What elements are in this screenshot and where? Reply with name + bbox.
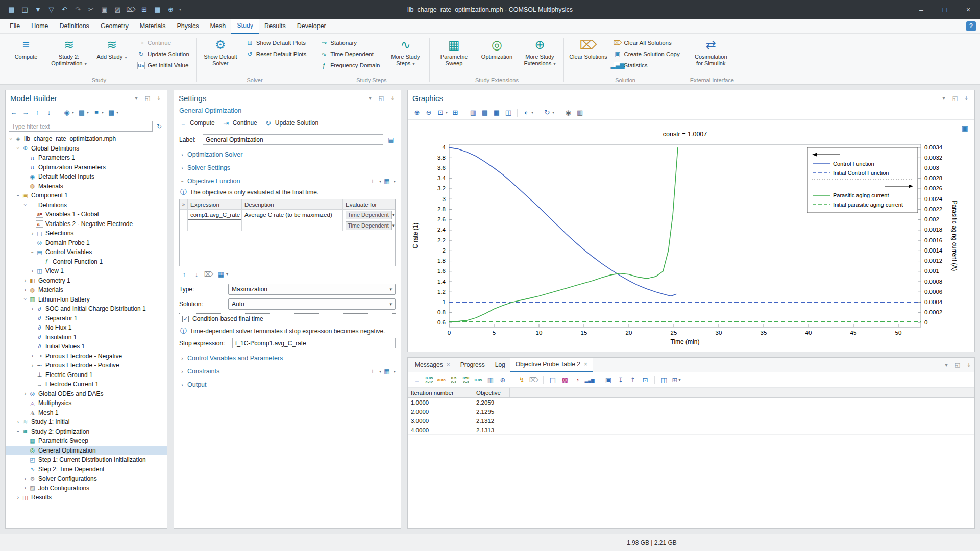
panel-menu-icon[interactable]: ▾	[366, 94, 374, 102]
show-button[interactable]: ◉▾	[62, 107, 75, 118]
tree-node-global-odes-and-daes[interactable]: ›◎Global ODEs and DAEs	[6, 389, 167, 399]
get-initial-value-button[interactable]: u₀Get Initial Value	[134, 60, 193, 71]
qat-menu-icon[interactable]: ▾	[179, 7, 181, 12]
move-up-button[interactable]: ↑	[32, 107, 42, 118]
move-down-button[interactable]: ↓	[44, 107, 54, 118]
copy-table-icon[interactable]: ▣	[603, 375, 614, 385]
scene-appearance-button[interactable]: ◐▾	[521, 107, 534, 118]
tree-expander-icon[interactable]: ›	[29, 363, 36, 368]
tree-node-electrode-current-1[interactable]: →Electrode Current 1	[6, 380, 167, 389]
tree-node-electric-ground-1[interactable]: ⊥Electric Ground 1	[6, 370, 167, 380]
filter-refresh-icon[interactable]: ↻	[155, 122, 164, 131]
tree-expander-icon[interactable]: ›	[22, 485, 29, 491]
tree-expander-icon[interactable]: ›	[29, 231, 36, 236]
plot-area[interactable]: constr = 1.000705101520253035404550Time …	[408, 120, 974, 352]
compute-button[interactable]: ≡Compute	[179, 119, 215, 127]
frequency-domain-button[interactable]: ƒFrequency Domain	[316, 60, 383, 71]
objective-row[interactable]: Time Dependent▾	[180, 220, 395, 231]
tree-node-definitions[interactable]: ›≡Definitions	[6, 201, 167, 210]
tab-definitions[interactable]: Definitions	[54, 19, 95, 34]
precision-decimal-icon[interactable]: 0.85	[473, 375, 483, 385]
paste-icon[interactable]: ▨	[111, 4, 124, 16]
show-default-plots-button[interactable]: ⊞Show Default Plots	[242, 37, 310, 48]
help-icon[interactable]: ?	[966, 21, 976, 31]
import-table-icon[interactable]: ↥	[628, 375, 638, 385]
tree-node-no-flux-1[interactable]: ∂No Flux 1	[6, 323, 167, 333]
tab-progress[interactable]: Progress	[455, 358, 490, 372]
filter-input[interactable]	[9, 121, 153, 132]
pin-panel-icon[interactable]: ↧	[389, 94, 396, 102]
solution-select[interactable]: Auto ▾	[228, 298, 396, 310]
add-study-button[interactable]: ≋Add Study ▾	[91, 35, 133, 61]
reset-default-plots-button[interactable]: ↺Reset Default Plots	[242, 48, 310, 60]
cosimulation-for-simulink-button[interactable]: ⇄Cosimulation for Simulink	[690, 35, 732, 68]
zoom-box-button[interactable]: ⊡▾	[435, 107, 449, 118]
tree-expander-icon[interactable]: ›	[22, 278, 29, 283]
cut-icon[interactable]: ✂	[85, 4, 97, 16]
table-row[interactable]: 2.00002.1295	[408, 407, 974, 416]
objective-cell[interactable]: comp1.avg_C_rate	[188, 210, 242, 220]
tree-node-control-variables[interactable]: ›▤Control Variables	[6, 247, 167, 257]
pin-panel-icon[interactable]: ↧	[965, 361, 972, 368]
tree-node-variables-1-global[interactable]: a=Variables 1 - Global	[6, 210, 167, 219]
tree-node-selections[interactable]: ›▢Selections	[6, 229, 167, 238]
type-select[interactable]: Maximization ▾	[228, 284, 396, 295]
tree-node-component-1[interactable]: ›▣Component 1	[6, 191, 167, 201]
save-icon[interactable]: ▼	[32, 4, 44, 16]
tree-node-insulation-1[interactable]: ∂Insulation 1	[6, 333, 167, 342]
tree-node-mesh-1[interactable]: ◮Mesh 1	[6, 408, 167, 418]
section-solver-settings[interactable]: › Solver Settings	[179, 162, 396, 174]
tree-expander-icon[interactable]: ›	[22, 202, 28, 208]
close-button[interactable]: ×	[957, 0, 980, 19]
tree-node-optimization-parameters[interactable]: πOptimization Parameters	[6, 163, 167, 172]
float-panel-icon[interactable]: ◱	[378, 94, 385, 102]
table-window-icon[interactable]: ◫	[659, 375, 669, 385]
tab-developer[interactable]: Developer	[291, 19, 332, 34]
close-tab-icon[interactable]: ×	[447, 361, 450, 368]
more-study-extensions-button[interactable]: ⊕More Study Extensions ▾	[519, 35, 560, 68]
panel-menu-icon[interactable]: ▾	[940, 94, 947, 102]
redo-icon[interactable]: ↷	[71, 4, 84, 16]
tree-node-view-1[interactable]: ›◫View 1	[6, 266, 167, 276]
float-panel-icon[interactable]: ◱	[954, 361, 961, 368]
precision-scientific-icon[interactable]: 8.5e-1	[449, 375, 459, 385]
continue-button[interactable]: ⇥Continue	[222, 119, 257, 127]
create-solution-copy-button[interactable]: ▣Create Solution Copy	[610, 48, 683, 60]
show-default-solver-button[interactable]: ⚙Show Default Solver	[200, 35, 241, 68]
tree-node-control-function-1[interactable]: ƒControl Function 1	[6, 257, 167, 267]
tree-node-study-1-initial[interactable]: ›≋Study 1: Initial	[6, 417, 167, 427]
undo-icon[interactable]: ↶	[58, 4, 71, 16]
precision-full-icon[interactable]: 8.85e-12	[424, 375, 434, 385]
tree-node-lithium-ion-battery[interactable]: ›▥Lithium-Ion Battery	[6, 295, 167, 305]
tree-node-initial-values-1[interactable]: ∂Initial Values 1	[6, 342, 167, 352]
section-objective-function[interactable]: › Objective Function +▾ ▦▾	[179, 175, 396, 187]
label-helper-icon[interactable]: ▤	[386, 135, 396, 144]
tree-node-solver-configurations[interactable]: ›⚙Solver Configurations	[6, 474, 167, 484]
tab-study[interactable]: Study	[231, 19, 259, 34]
tree-node-step-2-time-dependent[interactable]: ∿Step 2: Time Dependent	[6, 465, 167, 474]
plot-in-new-window-button[interactable]: ◫	[503, 107, 513, 118]
tab-messages[interactable]: Messages×	[410, 358, 455, 372]
tree-expander-icon[interactable]: ›	[15, 428, 21, 435]
clear-all-solutions-button[interactable]: ⌦Clear All Solutions	[610, 37, 683, 48]
zoom-in-button[interactable]: ⊕	[412, 107, 422, 118]
continue-button[interactable]: ⇥Continue	[134, 37, 193, 48]
close-tab-icon[interactable]: ×	[584, 361, 587, 368]
tree-expander-icon[interactable]: ›	[30, 249, 35, 256]
stationary-button[interactable]: ⊸Stationary	[316, 37, 383, 48]
tree-expander-icon[interactable]: ›	[15, 419, 21, 425]
clear-solutions-button[interactable]: ⌦Clear Solutions	[567, 35, 609, 61]
tab-log[interactable]: Log	[490, 358, 510, 372]
tree-node-materials[interactable]: ›◍Materials	[6, 285, 167, 295]
time-dependent-button[interactable]: ∿Time Dependent	[316, 48, 383, 60]
more-options-icon[interactable]: ⊞▾	[671, 375, 681, 385]
image-snapshot-button[interactable]: ◉	[563, 107, 573, 118]
tree-expander-icon[interactable]: ›	[22, 476, 29, 482]
study-2-optimization-button[interactable]: ≋Study 2: Optimization ▾	[48, 35, 90, 68]
insert-table-icon[interactable]: ▦	[151, 4, 164, 16]
tree-node-separator-1[interactable]: ∂Separator 1	[6, 314, 167, 323]
constraint-options-icon[interactable]: ▦	[382, 367, 391, 376]
clear-table-icon[interactable]: ⌦	[529, 375, 539, 385]
tree-node-job-configurations[interactable]: ›▨Job Configurations	[6, 484, 167, 493]
minimize-button[interactable]: –	[910, 0, 933, 19]
